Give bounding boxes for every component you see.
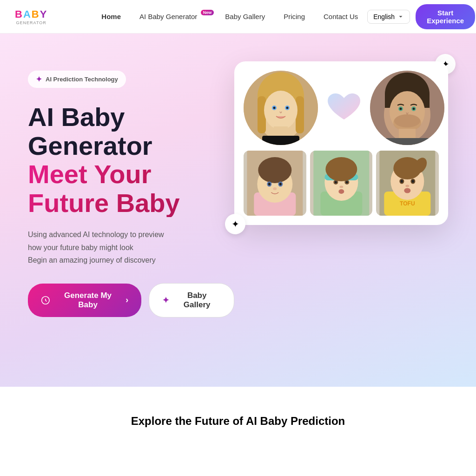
svg-point-60: [412, 180, 414, 183]
svg-point-37: [268, 183, 271, 185]
svg-point-47: [335, 181, 337, 184]
nav-links: Home AI Baby Generator New Baby Gallery …: [92, 9, 367, 24]
svg-point-49: [339, 186, 343, 188]
explore-section: Explore the Future of AI Baby Prediction: [0, 387, 476, 446]
baby-preview-card: TOFU: [234, 61, 448, 225]
arrow-icon: ›: [126, 295, 128, 305]
generate-icon: [41, 296, 50, 305]
hero-right: ✦: [234, 61, 448, 225]
dad-photo: [370, 71, 444, 145]
hero-title-dark: AI Baby Generator: [28, 103, 234, 160]
hero-section: ✦ AI Prediction Technology AI Baby Gener…: [0, 33, 476, 387]
sparkle-bottom-left-icon: ✦: [225, 214, 245, 234]
svg-point-38: [279, 183, 282, 185]
new-badge: New: [201, 10, 214, 15]
baby-gallery-button[interactable]: ✦ Baby Gallery: [149, 283, 234, 317]
navigation: BABY GENERATOR Home AI Baby Generator Ne…: [0, 0, 476, 33]
mom-photo: [244, 71, 318, 145]
svg-point-39: [273, 187, 277, 190]
nav-item-home[interactable]: Home: [92, 9, 130, 24]
svg-point-50: [338, 189, 344, 194]
language-label: English: [373, 13, 395, 20]
baby3-portrait: TOFU: [376, 151, 439, 216]
babies-row: TOFU: [244, 151, 439, 216]
parents-row: [244, 71, 439, 145]
svg-point-62: [404, 188, 411, 193]
explore-title-highlight: AI Baby Prediction: [246, 415, 345, 427]
baby1-portrait: [244, 151, 306, 216]
hero-left: ✦ AI Prediction Technology AI Baby Gener…: [28, 61, 234, 317]
ai-prediction-badge: ✦ AI Prediction Technology: [28, 71, 126, 88]
sparkle-gallery-icon: ✦: [162, 295, 169, 305]
language-selector[interactable]: English: [367, 10, 410, 24]
svg-rect-30: [370, 71, 444, 145]
logo-sub: GENERATOR: [16, 20, 46, 25]
mom-portrait: [244, 71, 318, 145]
nav-item-ai-baby-generator[interactable]: AI Baby Generator New: [130, 9, 216, 24]
start-experience-button[interactable]: Start Experience: [416, 4, 475, 29]
nav-item-pricing[interactable]: Pricing: [274, 9, 314, 24]
heart-icon: [325, 92, 363, 124]
explore-title: Explore the Future of AI Baby Prediction: [28, 415, 448, 428]
hero-buttons: Generate My Baby › ✦ Baby Gallery: [28, 283, 234, 317]
baby2-portrait: [310, 151, 373, 216]
hero-title-pink: Meet Your Future Baby: [28, 160, 234, 217]
logo[interactable]: BABY GENERATOR: [15, 8, 70, 25]
nav-item-baby-gallery[interactable]: Baby Gallery: [216, 9, 274, 24]
svg-text:TOFU: TOFU: [400, 200, 415, 207]
baby-photo-3: TOFU: [376, 151, 439, 216]
hero-description: Using advanced AI technology to preview …: [28, 228, 234, 266]
badge-text: AI Prediction Technology: [46, 76, 118, 83]
svg-point-34: [258, 157, 291, 183]
sparkle-icon: ✦: [36, 75, 42, 84]
svg-point-59: [401, 180, 403, 183]
baby-photo-2: [310, 151, 373, 216]
nav-item-contact-us[interactable]: Contact Us: [314, 9, 367, 24]
svg-point-44: [325, 157, 357, 181]
generate-my-baby-button[interactable]: Generate My Baby ›: [28, 284, 141, 317]
baby-photo-1: [244, 151, 306, 216]
dad-portrait: [370, 71, 444, 145]
svg-rect-14: [244, 71, 318, 145]
heart-area: [325, 71, 363, 145]
svg-point-61: [406, 185, 410, 187]
nav-right: English Start Experience: [367, 4, 475, 29]
chevron-down-icon: [397, 13, 404, 20]
svg-point-48: [346, 181, 348, 184]
